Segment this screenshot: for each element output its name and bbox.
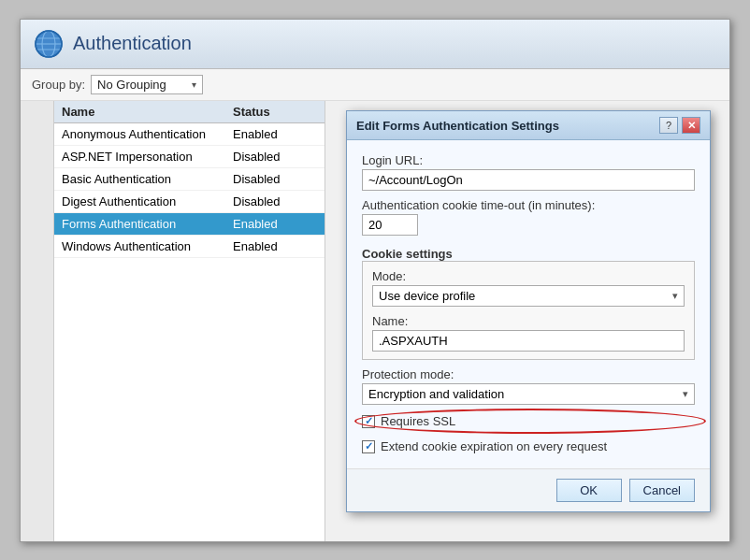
mode-dropdown[interactable]: Use device profile ▾ bbox=[372, 285, 685, 307]
main-window: Authentication Group by: No Grouping ▾ N… bbox=[20, 19, 730, 542]
content-area: Name Status Anonymous Authentication Ena… bbox=[21, 101, 729, 541]
mode-label: Mode: bbox=[372, 269, 685, 283]
requires-ssl-checkbox-row: ✓ Requires SSL bbox=[362, 412, 695, 430]
modal-overlay: Edit Forms Authentication Settings ? ✕ L… bbox=[21, 101, 729, 541]
modal-title-buttons: ? ✕ bbox=[659, 117, 700, 134]
protection-mode-field: Protection mode: Encryption and validati… bbox=[362, 367, 695, 405]
protection-mode-arrow: ▾ bbox=[683, 388, 688, 400]
extend-cookie-label: Extend cookie expiration on every reques… bbox=[381, 439, 607, 453]
cookie-settings-label: Cookie settings bbox=[362, 247, 695, 261]
cookie-settings-fields: Mode: Use device profile ▾ Name: bbox=[362, 261, 695, 360]
login-url-field: Login URL: bbox=[362, 153, 695, 191]
mode-value: Use device profile bbox=[379, 289, 475, 303]
title-bar: Authentication bbox=[21, 20, 729, 69]
toolbar: Group by: No Grouping ▾ bbox=[21, 69, 729, 101]
timeout-label: Authentication cookie time-out (in minut… bbox=[362, 198, 695, 212]
mode-field: Mode: Use device profile ▾ bbox=[372, 269, 685, 307]
page-title: Authentication bbox=[73, 33, 192, 54]
modal-title: Edit Forms Authentication Settings bbox=[356, 119, 559, 133]
requires-ssl-checkbox[interactable]: ✓ bbox=[362, 415, 375, 428]
timeout-field: Authentication cookie time-out (in minut… bbox=[362, 198, 695, 236]
protection-mode-value: Encryption and validation bbox=[368, 387, 504, 401]
requires-ssl-row: ✓ Requires SSL bbox=[362, 412, 695, 430]
modal-body: Login URL: Authentication cookie time-ou… bbox=[347, 140, 710, 468]
requires-ssl-label: Requires SSL bbox=[381, 414, 455, 428]
cookie-name-input[interactable] bbox=[372, 330, 685, 352]
cookie-name-field: Name: bbox=[372, 314, 685, 352]
cookie-settings-group: Cookie settings Mode: Use device profile… bbox=[362, 243, 695, 360]
mode-dropdown-arrow: ▾ bbox=[672, 290, 678, 302]
globe-icon bbox=[34, 29, 64, 59]
extend-cookie-checkmark: ✓ bbox=[365, 441, 373, 452]
group-by-dropdown[interactable]: No Grouping ▾ bbox=[91, 75, 203, 94]
close-button[interactable]: ✕ bbox=[682, 117, 700, 134]
login-url-input[interactable] bbox=[362, 169, 695, 191]
ok-button[interactable]: OK bbox=[556, 479, 622, 502]
login-url-label: Login URL: bbox=[362, 153, 695, 167]
group-by-value: No Grouping bbox=[97, 78, 166, 92]
modal-dialog: Edit Forms Authentication Settings ? ✕ L… bbox=[346, 110, 711, 512]
protection-mode-dropdown[interactable]: Encryption and validation ▾ bbox=[362, 383, 695, 405]
group-by-dropdown-arrow: ▾ bbox=[192, 79, 196, 90]
timeout-input[interactable] bbox=[362, 214, 418, 236]
cookie-name-label: Name: bbox=[372, 314, 685, 328]
help-button[interactable]: ? bbox=[659, 117, 678, 134]
group-by-label: Group by: bbox=[32, 78, 85, 92]
protection-mode-label: Protection mode: bbox=[362, 367, 695, 381]
cancel-button[interactable]: Cancel bbox=[629, 479, 695, 502]
extend-cookie-checkbox[interactable]: ✓ bbox=[362, 440, 375, 453]
extend-cookie-row: ✓ Extend cookie expiration on every requ… bbox=[362, 438, 695, 455]
modal-title-bar: Edit Forms Authentication Settings ? ✕ bbox=[347, 111, 710, 140]
requires-ssl-checkmark: ✓ bbox=[365, 416, 373, 426]
modal-footer: OK Cancel bbox=[347, 468, 710, 511]
